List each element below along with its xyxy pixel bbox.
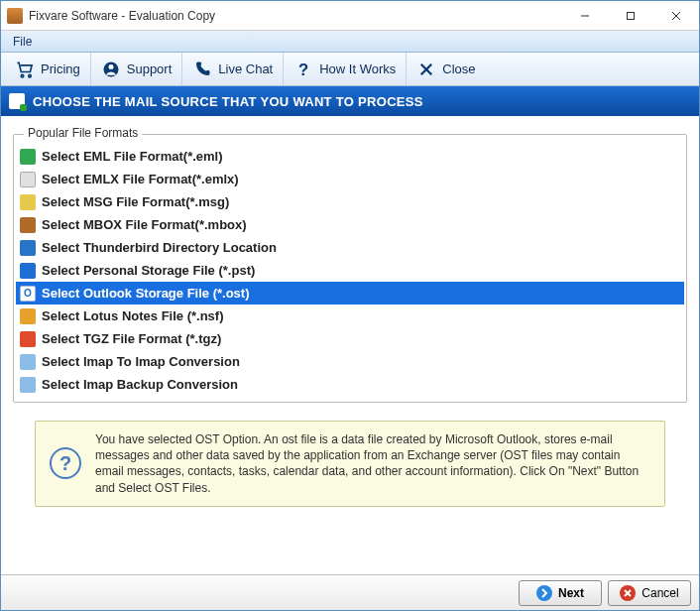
- app-window: Fixvare Software - Evaluation Copy File …: [0, 0, 700, 611]
- svg-point-4: [21, 74, 24, 77]
- format-nsf-label: Select Lotus Notes File (*.nsf): [42, 308, 223, 323]
- question-icon: ?: [293, 60, 313, 79]
- format-imapb-label: Select Imap Backup Conversion: [42, 377, 238, 392]
- format-emlx[interactable]: Select EMLX File Format(*.emlx): [16, 168, 684, 190]
- format-pst[interactable]: Select Personal Storage File (*.pst): [16, 259, 684, 282]
- arrow-right-icon: [536, 585, 552, 601]
- minimize-button[interactable]: [562, 1, 608, 30]
- formats-group-title: Popular File Formats: [24, 126, 142, 140]
- format-imap-backup[interactable]: Select Imap Backup Conversion: [16, 373, 684, 396]
- toolbar-pricing-label: Pricing: [41, 61, 80, 76]
- maximize-icon: [626, 11, 636, 21]
- maximize-button[interactable]: [608, 1, 653, 30]
- format-thunderbird-label: Select Thunderbird Directory Location: [42, 240, 277, 255]
- ost-icon: O: [20, 286, 36, 302]
- info-question-icon: ?: [50, 447, 81, 479]
- menu-file[interactable]: File: [7, 33, 38, 51]
- info-text: You have selected OST Option. An ost fil…: [95, 431, 650, 496]
- format-tgz-label: Select TGZ File Format (*.tgz): [42, 331, 221, 346]
- content-area: Popular File Formats Select EML File For…: [1, 116, 699, 574]
- format-mbox[interactable]: Select MBOX File Format(*.mbox): [16, 213, 684, 236]
- window-close-button[interactable]: [653, 1, 699, 30]
- cancel-button[interactable]: Cancel: [608, 580, 691, 606]
- toolbar-close-label: Close: [442, 61, 475, 76]
- msg-icon: [20, 194, 36, 210]
- emlx-icon: [20, 172, 36, 187]
- toolbar-support[interactable]: Support: [91, 53, 183, 85]
- format-msg[interactable]: Select MSG File Format(*.msg): [16, 190, 684, 213]
- cart-icon: [15, 60, 35, 79]
- toolbar-livechat-label: Live Chat: [218, 61, 273, 76]
- banner-icon: [9, 93, 25, 109]
- formats-list: Select EML File Format(*.eml) Select EML…: [16, 145, 684, 396]
- format-tgz[interactable]: Select TGZ File Format (*.tgz): [16, 327, 684, 350]
- title-bar: Fixvare Software - Evaluation Copy: [1, 1, 699, 31]
- svg-text:?: ?: [298, 60, 308, 78]
- svg-rect-1: [628, 12, 635, 19]
- bottom-bar: Next Cancel: [1, 574, 699, 610]
- banner: CHOOSE THE MAIL SOURCE THAT YOU WANT TO …: [1, 86, 699, 116]
- imap-backup-icon: [20, 377, 36, 393]
- toolbar-support-label: Support: [127, 61, 173, 76]
- nsf-icon: [20, 308, 36, 324]
- format-pst-label: Select Personal Storage File (*.pst): [42, 263, 255, 278]
- window-controls: [562, 1, 699, 30]
- format-imap-to-imap[interactable]: Select Imap To Imap Conversion: [16, 350, 684, 373]
- next-button[interactable]: Next: [519, 580, 602, 606]
- format-nsf[interactable]: Select Lotus Notes File (*.nsf): [16, 305, 684, 327]
- toolbar-close[interactable]: Close: [407, 53, 485, 85]
- thunderbird-icon: [20, 240, 36, 256]
- toolbar-howitworks[interactable]: ? How It Works: [284, 53, 407, 85]
- formats-group: Popular File Formats Select EML File For…: [13, 134, 687, 403]
- format-ost-label: Select Outlook Storage File (*.ost): [42, 286, 249, 301]
- toolbar-howitworks-label: How It Works: [319, 61, 396, 76]
- window-title: Fixvare Software - Evaluation Copy: [29, 9, 562, 23]
- toolbar-pricing[interactable]: Pricing: [5, 53, 91, 85]
- cancel-button-label: Cancel: [642, 586, 678, 600]
- toolbar: Pricing Support Live Chat ? How It Works…: [1, 53, 699, 86]
- support-icon: [101, 60, 121, 79]
- banner-text: CHOOSE THE MAIL SOURCE THAT YOU WANT TO …: [33, 94, 423, 109]
- eml-icon: [20, 149, 36, 165]
- format-eml[interactable]: Select EML File Format(*.eml): [16, 145, 684, 168]
- app-icon: [7, 8, 23, 24]
- format-emlx-label: Select EMLX File Format(*.emlx): [42, 172, 239, 186]
- pst-icon: [20, 263, 36, 279]
- mbox-icon: [20, 217, 36, 233]
- format-imap-label: Select Imap To Imap Conversion: [42, 354, 240, 369]
- phone-icon: [192, 60, 212, 79]
- format-eml-label: Select EML File Format(*.eml): [42, 149, 223, 164]
- minimize-icon: [580, 11, 590, 21]
- close-icon: [671, 11, 681, 21]
- format-mbox-label: Select MBOX File Format(*.mbox): [42, 217, 247, 232]
- svg-point-7: [108, 64, 113, 69]
- menu-bar: File: [1, 31, 699, 53]
- tgz-icon: [20, 331, 36, 347]
- imap-icon: [20, 354, 36, 370]
- info-box: ? You have selected OST Option. An ost f…: [35, 421, 665, 507]
- format-msg-label: Select MSG File Format(*.msg): [42, 194, 229, 209]
- svg-point-5: [29, 74, 32, 77]
- toolbar-livechat[interactable]: Live Chat: [182, 53, 284, 85]
- next-button-label: Next: [558, 586, 584, 600]
- format-ost[interactable]: O Select Outlook Storage File (*.ost): [16, 282, 684, 305]
- cancel-x-icon: [620, 585, 636, 601]
- x-icon: [416, 60, 436, 79]
- format-thunderbird[interactable]: Select Thunderbird Directory Location: [16, 236, 684, 259]
